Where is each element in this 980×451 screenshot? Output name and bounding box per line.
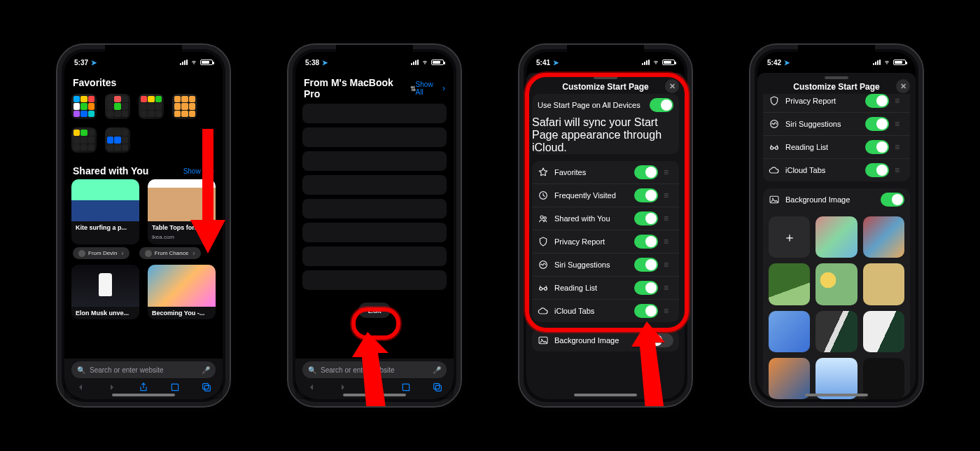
- background-section: Background Image: [532, 329, 679, 352]
- battery-icon: [431, 60, 444, 65]
- edit-button[interactable]: Edit: [358, 303, 391, 318]
- wifi-icon: [652, 60, 659, 65]
- background-tile[interactable]: [863, 263, 904, 305]
- tabs-icon[interactable]: [432, 382, 443, 393]
- back-icon[interactable]: [306, 382, 317, 393]
- background-tile[interactable]: [863, 216, 904, 258]
- search-field[interactable]: 🔍 Search or enter website 🎤: [302, 361, 447, 378]
- share-icon[interactable]: [369, 382, 380, 393]
- background-tile[interactable]: [769, 358, 810, 399]
- tab-row[interactable]: [302, 175, 447, 195]
- section-row-toggle[interactable]: [634, 165, 658, 179]
- tab-row[interactable]: [302, 127, 447, 147]
- bookmarks-icon[interactable]: [169, 382, 181, 393]
- card-thumbnail: [71, 265, 139, 307]
- section-row-toggle[interactable]: [634, 281, 658, 295]
- tab-row[interactable]: [302, 223, 447, 242]
- favorite-item[interactable]: [105, 127, 130, 153]
- status-bar: 5:41➤: [526, 52, 685, 73]
- favorite-item[interactable]: [71, 94, 97, 119]
- drag-handle-icon[interactable]: [895, 142, 904, 152]
- home-indicator[interactable]: [574, 394, 637, 396]
- section-row-toggle[interactable]: [865, 117, 889, 131]
- drag-handle-icon[interactable]: [664, 214, 673, 223]
- background-tile[interactable]: [769, 311, 810, 352]
- sheet-grabber[interactable]: [825, 76, 848, 79]
- device-switch-icon[interactable]: ⇅: [410, 85, 416, 92]
- tabs-icon[interactable]: [201, 382, 212, 393]
- from-chip[interactable]: From Devin: [73, 247, 130, 259]
- home-indicator[interactable]: [343, 394, 406, 396]
- drag-handle-icon[interactable]: [664, 260, 673, 270]
- show-all-link[interactable]: Show All: [416, 81, 445, 96]
- drag-handle-icon[interactable]: [895, 119, 904, 129]
- back-icon[interactable]: [75, 382, 86, 393]
- share-icon[interactable]: [138, 382, 149, 393]
- section-row-toggle[interactable]: [634, 235, 658, 249]
- favorite-item[interactable]: [139, 94, 164, 119]
- section-row-label: Favorites: [554, 168, 629, 176]
- search-placeholder: Search or enter website: [90, 366, 164, 374]
- favorite-item[interactable]: [71, 127, 97, 153]
- drag-handle-icon[interactable]: [664, 237, 673, 247]
- shared-card[interactable]: Elon Musk unve...: [71, 265, 139, 319]
- show-all-link[interactable]: Show All: [183, 166, 214, 176]
- start-page[interactable]: Favorites Shared with You Show All: [64, 73, 223, 359]
- bookmarks-icon[interactable]: [400, 382, 412, 393]
- home-indicator[interactable]: [805, 394, 868, 396]
- forward-icon[interactable]: [106, 382, 118, 393]
- section-row-toggle[interactable]: [634, 304, 658, 318]
- drag-handle-icon[interactable]: [895, 165, 904, 175]
- forward-icon[interactable]: [337, 382, 349, 393]
- background-image-toggle[interactable]: [881, 193, 904, 207]
- close-button[interactable]: ✕: [665, 79, 679, 93]
- home-indicator[interactable]: [112, 394, 175, 396]
- section-row-toggle[interactable]: [634, 211, 658, 226]
- section-row-label: Reading List: [554, 284, 629, 292]
- background-tile[interactable]: [863, 311, 904, 352]
- sheet-grabber[interactable]: [594, 76, 617, 79]
- mic-icon[interactable]: 🎤: [433, 366, 441, 374]
- favorite-item[interactable]: [105, 94, 130, 119]
- use-all-devices-toggle[interactable]: [650, 98, 673, 112]
- shared-card[interactable]: Becoming You -...: [148, 265, 216, 319]
- background-tile[interactable]: [816, 263, 857, 305]
- close-button[interactable]: ✕: [896, 79, 910, 93]
- tab-row[interactable]: [302, 104, 447, 123]
- background-add-button[interactable]: ＋: [769, 216, 810, 258]
- background-image-toggle[interactable]: [650, 333, 673, 347]
- drag-handle-icon[interactable]: [664, 283, 673, 293]
- tab-row[interactable]: [302, 270, 447, 290]
- tab-row[interactable]: [302, 247, 447, 266]
- phone-2: 5:38➤ From M's MacBook Pro ⇅ Show All: [287, 43, 462, 408]
- start-page[interactable]: From M's MacBook Pro ⇅ Show All Edit: [295, 73, 454, 359]
- section-row-toggle[interactable]: [865, 94, 889, 108]
- background-tile[interactable]: [816, 311, 857, 352]
- status-bar: 5:38➤: [295, 52, 454, 73]
- section-row: Siri Suggestions: [532, 253, 679, 276]
- drag-handle-icon[interactable]: [664, 190, 673, 200]
- section-row: Privacy Report: [763, 94, 910, 112]
- background-tile[interactable]: [863, 358, 904, 399]
- section-row-toggle[interactable]: [865, 140, 889, 154]
- drag-handle-icon[interactable]: [664, 306, 673, 316]
- svg-point-8: [540, 216, 543, 218]
- tab-row[interactable]: [302, 151, 447, 171]
- sections-list: FavoritesFrequently VisitedShared with Y…: [532, 161, 679, 322]
- section-row-toggle[interactable]: [634, 258, 658, 272]
- section-row-toggle[interactable]: [865, 163, 889, 177]
- favorite-item[interactable]: [172, 94, 197, 119]
- background-tile[interactable]: [816, 216, 857, 258]
- drag-handle-icon[interactable]: [895, 96, 904, 106]
- shared-card[interactable]: Table Tops for... ikea.com: [148, 179, 216, 244]
- mic-icon[interactable]: 🎤: [202, 366, 210, 374]
- search-field[interactable]: 🔍 Search or enter website 🎤: [71, 361, 216, 378]
- favorites-grid: [71, 94, 216, 119]
- section-row: iCloud Tabs: [763, 158, 910, 181]
- tab-row[interactable]: [302, 199, 447, 218]
- from-chip[interactable]: From Chance: [139, 247, 201, 259]
- section-row-toggle[interactable]: [634, 188, 658, 202]
- background-tile[interactable]: [769, 263, 810, 305]
- drag-handle-icon[interactable]: [664, 167, 673, 177]
- shared-card[interactable]: Kite surfing a p...: [71, 179, 139, 244]
